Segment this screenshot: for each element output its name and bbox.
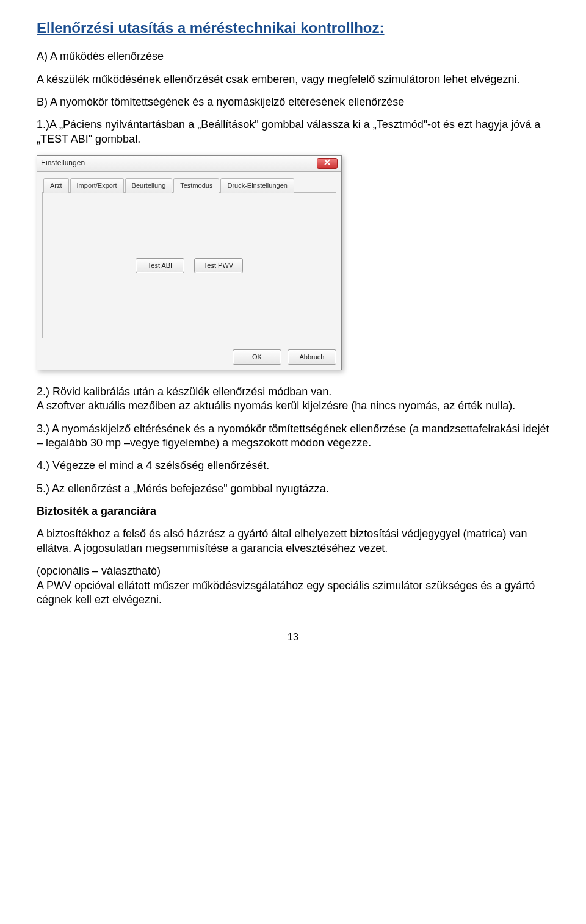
optional-text: A PWV opcióval ellátott műszer működésvi…	[37, 579, 549, 607]
close-button[interactable]	[317, 158, 338, 169]
dialog-title: Einstellungen	[41, 159, 85, 168]
tab-strip: Arzt Import/Export Beurteilung Testmodus…	[42, 178, 336, 193]
tab-testmodus[interactable]: Testmodus	[173, 178, 219, 193]
dialog-titlebar: Einstellungen	[37, 156, 341, 172]
step-2b-text: A szoftver aktuális mezőiben az aktuális…	[37, 399, 549, 413]
page-number: 13	[37, 631, 549, 644]
close-icon	[324, 159, 330, 168]
ok-button[interactable]: OK	[233, 349, 281, 364]
section-a-text: A készülék működésének ellenőrzését csak…	[37, 73, 549, 87]
step-2a-text: 2.) Rövid kalibrálás után a készülék ell…	[37, 385, 549, 399]
step-4-text: 4.) Végezze el mind a 4 szélsőség ellenő…	[37, 459, 549, 473]
tab-beurteilung[interactable]: Beurteilung	[125, 178, 173, 193]
tab-druck-einstellungen[interactable]: Druck-Einstellungen	[220, 178, 294, 193]
section-a-title: A) A működés ellenőrzése	[37, 49, 549, 63]
tab-import-export[interactable]: Import/Export	[70, 178, 124, 193]
settings-dialog: Einstellungen Arzt Import/Export Beurtei…	[37, 155, 342, 370]
cancel-button[interactable]: Abbruch	[288, 349, 336, 364]
step-5-text: 5.) Az ellenőrzést a „Mérés befejezése" …	[37, 482, 549, 496]
test-abi-button[interactable]: Test ABI	[136, 258, 184, 273]
section-b-title: B) A nyomókör tömítettségének és a nyomá…	[37, 95, 549, 109]
tab-arzt[interactable]: Arzt	[43, 178, 69, 193]
step-3-text: 3.) A nyomáskijelző eltérésének és a nyo…	[37, 422, 549, 451]
test-pwv-button[interactable]: Test PWV	[194, 258, 243, 273]
warranty-heading: Biztosíték a garanciára	[37, 504, 549, 518]
warranty-text: A biztosítékhoz a felső és alsó házrész …	[37, 527, 549, 556]
tab-panel-testmodus: Test ABI Test PWV	[42, 192, 336, 338]
page-heading: Ellenőrzési utasítás a méréstechnikai ko…	[37, 18, 549, 37]
dialog-footer: OK Abbruch	[37, 343, 341, 369]
optional-label: (opcionális – választható)	[37, 564, 549, 578]
step-1-text: 1.)A „Páciens nyilvántartásban a „Beállí…	[37, 118, 549, 146]
